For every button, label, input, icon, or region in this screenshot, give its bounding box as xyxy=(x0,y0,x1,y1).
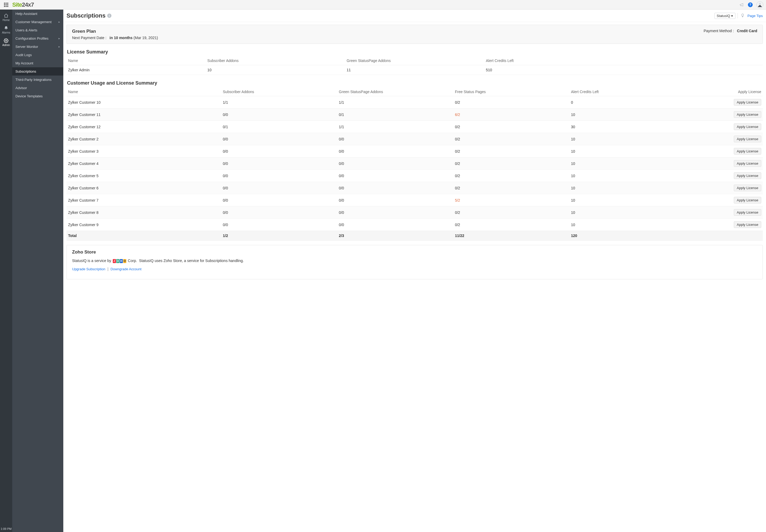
sidebar-item[interactable]: Users & Alerts xyxy=(12,26,63,34)
chevron-right-icon: ▸ xyxy=(59,37,60,40)
license-summary-title: License Summary xyxy=(67,49,762,55)
zoho-store-card: Zoho Store StatusIQ is a service by ZOHO… xyxy=(66,245,763,279)
svg-rect-4 xyxy=(6,4,7,5)
usage-summary-title: Customer Usage and License Summary xyxy=(67,80,762,86)
sidebar-item[interactable]: Configuration Profiles▸ xyxy=(12,34,63,43)
zoho-badge-icon: ZOHO xyxy=(113,259,126,263)
sidebar-item-label: Help Assistant xyxy=(15,12,37,16)
rail-admin[interactable]: Admin xyxy=(0,37,12,48)
svg-rect-7 xyxy=(6,6,7,7)
info-icon[interactable]: i xyxy=(107,14,111,18)
svg-rect-8 xyxy=(7,6,8,7)
plan-card: Green Plan Next Payment Date : in 10 mon… xyxy=(66,25,763,44)
rail-admin-label: Admin xyxy=(2,44,10,47)
sidebar-item[interactable]: Help Assistant xyxy=(12,10,63,18)
downgrade-link[interactable]: Downgrade Account xyxy=(110,267,141,271)
apply-license-button[interactable]: Apply License xyxy=(734,148,761,155)
sidebar-item-label: Server Monitor xyxy=(15,45,38,49)
nav-rail: Home Alarms Admin 1:09 PM xyxy=(0,10,12,532)
sidebar-item-label: Customer Management xyxy=(15,20,52,24)
chevron-right-icon: ▸ xyxy=(59,20,60,24)
table-row: Zylker Customer 120/11/10/230Apply Licen… xyxy=(66,121,763,133)
apply-license-button[interactable]: Apply License xyxy=(734,185,761,191)
svg-rect-2 xyxy=(7,3,8,4)
apply-license-button[interactable]: Apply License xyxy=(734,123,761,130)
sidebar-item-label: Configuration Profiles xyxy=(15,36,48,40)
sidebar-item-label: Device Templates xyxy=(15,94,43,98)
sidebar-item-label: Subscriptions xyxy=(15,69,36,73)
license-summary-table: Name Subscriber Addons Green StatusPage … xyxy=(66,56,763,75)
sidebar-item-label: Audit Logs xyxy=(15,53,32,57)
table-row: Zylker Customer 40/00/00/210Apply Licens… xyxy=(66,157,763,170)
context-selector[interactable]: StatusIQ ▾ xyxy=(714,13,736,19)
table-row: Zylker Customer 80/00/00/210Apply Licens… xyxy=(66,206,763,219)
page-title: Subscriptions i xyxy=(66,12,111,19)
avatar[interactable] xyxy=(756,1,763,8)
apply-license-button[interactable]: Apply License xyxy=(734,136,761,142)
sidebar-item-label: Users & Alerts xyxy=(15,28,37,32)
upgrade-link[interactable]: Upgrade Subscription xyxy=(72,267,105,271)
caret-down-icon: ▾ xyxy=(731,14,733,18)
rail-alarms[interactable]: Alarms xyxy=(0,24,12,36)
apply-license-button[interactable]: Apply License xyxy=(734,209,761,216)
help-icon[interactable]: ? xyxy=(748,2,753,7)
sidebar-item[interactable]: Server Monitor▸ xyxy=(12,43,63,51)
zoho-store-desc: StatusIQ is a service by ZOHO Corp. Stat… xyxy=(72,259,757,263)
rail-alarms-label: Alarms xyxy=(2,31,10,34)
rail-clock: 1:09 PM xyxy=(1,527,12,530)
table-row: Zylker Customer 60/00/00/210Apply Licens… xyxy=(66,182,763,194)
svg-rect-5 xyxy=(7,4,8,5)
topbar: Site24x7 ? xyxy=(0,0,766,10)
brand-logo[interactable]: Site24x7 xyxy=(12,1,34,8)
payment-method-label: Payment Method : xyxy=(703,29,734,33)
table-total-row: Total1/22/311/22120 xyxy=(66,231,763,241)
svg-rect-3 xyxy=(4,4,5,5)
svg-point-12 xyxy=(6,40,7,41)
license-summary-row: Zylker Admin 10 11 510 xyxy=(66,65,763,75)
sidebar-item[interactable]: Device Templates xyxy=(12,92,63,100)
chevron-right-icon: ▸ xyxy=(59,45,60,48)
bulb-icon xyxy=(740,13,745,18)
sidebar-item-label: Third-Party Integrations xyxy=(15,78,52,82)
svg-rect-6 xyxy=(4,6,5,7)
apply-license-button[interactable]: Apply License xyxy=(734,160,761,167)
sidebar-item[interactable]: My Account xyxy=(12,59,63,67)
sidebar-item[interactable]: Audit Logs xyxy=(12,51,63,59)
sidebar-item[interactable]: Advisor xyxy=(12,84,63,92)
next-payment-label: Next Payment Date : xyxy=(72,36,106,40)
sidebar-item[interactable]: Subscriptions xyxy=(12,67,63,76)
next-payment-date: (Mar 19, 2021) xyxy=(134,36,158,40)
next-payment-value: in 10 months xyxy=(110,36,132,40)
sidebar-item-label: My Account xyxy=(15,61,33,65)
table-row: Zylker Customer 50/00/00/210Apply Licens… xyxy=(66,170,763,182)
main: Subscriptions i StatusIQ ▾ Page Tips xyxy=(63,10,766,532)
table-row: Zylker Customer 70/00/05/210Apply Licens… xyxy=(66,194,763,206)
table-row: Zylker Customer 30/00/00/210Apply Licens… xyxy=(66,145,763,157)
announce-icon[interactable] xyxy=(739,2,744,7)
table-row: Zylker Customer 110/00/16/210Apply Licen… xyxy=(66,109,763,121)
sidebar: Help AssistantCustomer Management▸Users … xyxy=(12,10,63,532)
rail-home[interactable]: Home xyxy=(0,12,12,23)
svg-rect-0 xyxy=(4,3,5,4)
apply-license-button[interactable]: Apply License xyxy=(734,172,761,179)
table-row: Zylker Customer 101/11/10/20Apply Licens… xyxy=(66,96,763,109)
svg-point-9 xyxy=(759,3,761,5)
sidebar-item-label: Advisor xyxy=(15,86,27,90)
table-row: Zylker Customer 90/00/00/210Apply Licens… xyxy=(66,219,763,231)
usage-table: Name Subscriber Addons Green StatusPage … xyxy=(66,88,763,241)
zoho-store-title: Zoho Store xyxy=(72,250,757,255)
rail-home-label: Home xyxy=(3,19,10,22)
svg-rect-1 xyxy=(6,3,7,4)
apply-license-button[interactable]: Apply License xyxy=(734,111,761,118)
table-row: Zylker Customer 20/00/00/210Apply Licens… xyxy=(66,133,763,145)
sidebar-item[interactable]: Customer Management▸ xyxy=(12,18,63,26)
plan-name: Green Plan xyxy=(72,29,158,34)
apply-license-button[interactable]: Apply License xyxy=(734,99,761,106)
apply-license-button[interactable]: Apply License xyxy=(734,221,761,228)
payment-method-value: Credit Card xyxy=(737,29,757,33)
app-grid-icon[interactable] xyxy=(0,3,12,7)
sidebar-item[interactable]: Third-Party Integrations xyxy=(12,76,63,84)
page-tips-link[interactable]: Page Tips xyxy=(747,14,763,18)
apply-license-button[interactable]: Apply License xyxy=(734,197,761,203)
